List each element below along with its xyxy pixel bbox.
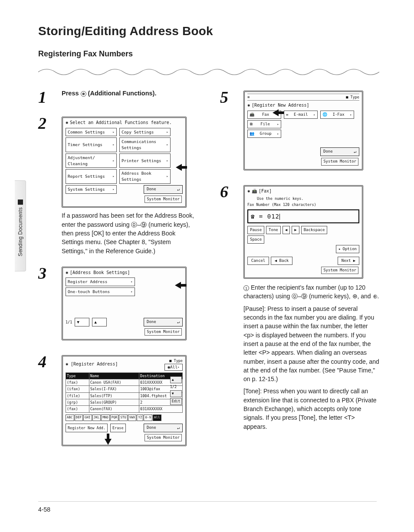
step-5: 5 ≡■ Type ✱[Register New Address] 📠Fax▸ … <box>220 89 379 174</box>
system-monitor-button[interactable]: System Monitor <box>145 434 182 441</box>
system-settings-button[interactable]: System Settings▸ <box>66 185 117 194</box>
screen-address-book-settings: ✱[Address Book Settings] Register Addres… <box>62 267 187 341</box>
alpha-filter-bar: ABC DEF GHI JKL MNO PQR STU VWX YZ 0-9 A… <box>66 415 183 421</box>
backspace-key[interactable]: Backspace <box>301 226 328 234</box>
done-button[interactable]: Done↵ <box>144 424 183 433</box>
address-table: TypeNameDestination (fax)Canon USA(FAX)0… <box>66 372 183 413</box>
report-settings-button[interactable]: Report Settings▸ <box>66 169 117 184</box>
step-number-6: 6 <box>220 183 235 433</box>
alpha-yz[interactable]: YZ <box>137 415 143 421</box>
screen6-hint: Use the numeric keys. <box>257 196 359 201</box>
alpha-ghi[interactable]: GHI <box>83 415 92 421</box>
step-1: 1 Press ⊛ (Additional Functions). <box>38 89 197 105</box>
type-label: ■ Type <box>169 358 183 363</box>
common-settings-button[interactable]: Common Settings▸ <box>66 128 117 137</box>
screen-additional-functions: ✱Select an Additional Functions feature.… <box>62 117 187 208</box>
alpha-stu[interactable]: STU <box>119 415 128 421</box>
alpha-vwx[interactable]: VWX <box>128 415 137 421</box>
option-button[interactable]: ▸ Option <box>336 245 359 253</box>
additional-functions-key-icon: ⊛ <box>81 91 86 97</box>
scroll-down-button[interactable]: ▼ <box>170 390 182 397</box>
next-button[interactable]: Next ▶ <box>338 257 359 265</box>
register-address-button[interactable]: Register Address▸ <box>66 277 135 286</box>
alpha-pqr[interactable]: PQR <box>110 415 119 421</box>
table-row[interactable]: (fax)Canon(FAX)031XXXXXXX <box>66 406 183 412</box>
edit-button[interactable]: Edit <box>170 398 182 405</box>
timer-settings-button[interactable]: Timer Settings▸ <box>66 137 117 152</box>
table-row[interactable]: (fax)Canon USA(FAX)031XXXXXXX <box>66 379 183 386</box>
address-book-settings-button[interactable]: Address Book Settings▸ <box>119 169 171 184</box>
pointer-icon <box>271 105 286 121</box>
pause-key[interactable]: Pause <box>247 226 264 234</box>
space-key[interactable]: Space <box>247 235 264 244</box>
one-touch-buttons[interactable]: One-touch Buttons▸ <box>66 287 135 296</box>
pause-description: [Pause]: Press to insert a pause of seve… <box>243 304 379 384</box>
gear-icon: ✱ <box>247 188 250 195</box>
email-button[interactable]: ✉E-mail▸ <box>284 111 318 119</box>
page-footer: 4-58 <box>38 501 377 513</box>
adjustment-cleaning-button[interactable]: Adjustment/ Cleaning▸ <box>66 153 117 168</box>
alpha-jkl[interactable]: JKL <box>92 415 101 421</box>
step2-note: If a password has been set for the Addre… <box>62 211 197 255</box>
fax-number-value: 012 <box>267 213 279 220</box>
page-prev-button[interactable]: ▼ <box>75 318 89 326</box>
type-all-selector[interactable]: ◉ All ▸ <box>164 364 183 371</box>
system-monitor-button[interactable]: System Monitor <box>145 196 182 203</box>
alpha-09[interactable]: 0-9 <box>144 415 152 421</box>
cancel-button[interactable]: Cancel <box>247 257 269 265</box>
system-monitor-button[interactable]: System Monitor <box>145 328 182 336</box>
step-6: 6 ✱📠[Fax] Use the numeric keys. Fax Numb… <box>220 183 379 433</box>
page-number: 4-58 <box>38 506 50 513</box>
alpha-def[interactable]: DEF <box>75 415 83 421</box>
screen2-title: Select an Additional Functions feature. <box>70 120 172 126</box>
page-indicator: 1/2 <box>170 384 182 389</box>
col-type: Type <box>66 372 89 379</box>
section-subhead: Registering Fax Numbers <box>38 49 379 59</box>
scroll-up-button[interactable]: ▲ <box>170 376 182 383</box>
screen3-title: [Address Book Settings] <box>70 270 130 276</box>
alpha-mno[interactable]: MNO <box>101 415 110 421</box>
tone-key[interactable]: Tone <box>266 226 281 234</box>
system-monitor-button[interactable]: System Monitor <box>321 158 358 165</box>
done-button[interactable]: Done↵ <box>144 185 183 194</box>
table-row[interactable]: (ifax)Sales(I-FAX)1003@ifax <box>66 386 183 392</box>
step-number-1: 1 <box>38 89 53 105</box>
cursor-left-key[interactable]: ◀ <box>283 226 290 234</box>
step1-text: Press ⊛ (Additional Functions). <box>62 90 156 97</box>
communications-settings-button[interactable]: Communications Settings▸ <box>119 137 171 152</box>
done-button[interactable]: Done↵ <box>320 147 359 157</box>
screen6-sublabel: Fax Number (Max 120 characters) <box>247 202 359 207</box>
step-3: 3 ✱[Address Book Settings] Register Addr… <box>38 265 197 344</box>
copy-settings-button[interactable]: Copy Settings▸ <box>119 128 171 137</box>
group-button[interactable]: 👥Group▸ <box>247 130 281 138</box>
pointer-icon <box>174 160 190 175</box>
alpha-all[interactable]: All <box>153 415 161 421</box>
step-number-4: 4 <box>38 353 53 450</box>
screen-register-new-address: ≡■ Type ✱[Register New Address] 📠Fax▸ ✉E… <box>243 91 363 170</box>
page-next-button[interactable]: ▲ <box>92 318 107 326</box>
table-row[interactable]: (grp)Sales(GROUP)2 <box>66 399 183 406</box>
system-monitor-button[interactable]: System Monitor <box>321 267 358 274</box>
alpha-abc[interactable]: ABC <box>66 415 74 421</box>
screen-register-address: ✱ [Register Address] ■ Type ◉ All ▸ Type… <box>62 355 187 446</box>
step-number-2: 2 <box>38 115 53 255</box>
cursor-right-key[interactable]: ▶ <box>292 226 299 234</box>
ifax-button[interactable]: 🌐I-Fax▸ <box>320 111 354 119</box>
screen4-title: [Register Address] <box>71 362 118 366</box>
gear-icon: ✱ <box>66 362 68 366</box>
fax-number-field[interactable]: ☎ = 012 <box>247 209 359 223</box>
step6-instructions: 1 Enter the recipient's fax number (up t… <box>243 283 379 431</box>
file-button[interactable]: 🗎File▸ <box>247 120 281 128</box>
page-title: Storing/Editing Address Book <box>38 24 379 38</box>
pointer-icon <box>100 431 116 447</box>
printer-settings-button[interactable]: Printer Settings▸ <box>119 153 171 168</box>
done-button[interactable]: Done↵ <box>144 318 183 327</box>
back-button[interactable]: ◀ Back <box>271 257 292 265</box>
step1-prefix: Press <box>62 90 81 97</box>
table-row[interactable]: (file)Sales(FTP)1004.ftphost <box>66 392 183 399</box>
header-bar: ≡ <box>247 95 250 100</box>
gear-icon: ✱ <box>66 120 68 126</box>
sidebar-marker-icon <box>18 199 23 205</box>
gear-icon: ✱ <box>247 102 250 109</box>
page-indicator: 1/1 <box>66 320 72 325</box>
